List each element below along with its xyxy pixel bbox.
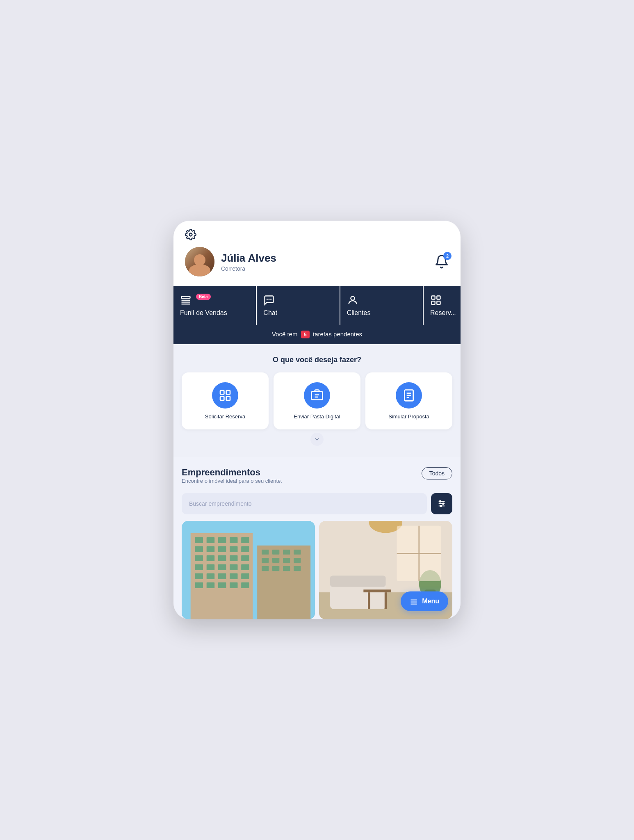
tab-clientes[interactable]: Clientes: [340, 286, 423, 325]
svg-rect-63: [294, 550, 301, 555]
chevron-down-button[interactable]: [310, 433, 324, 446]
clients-icon: [347, 294, 358, 306]
beta-badge: Beta: [196, 294, 211, 300]
pasta-icon-circle: [304, 382, 330, 409]
svg-rect-10: [220, 390, 224, 394]
profile-left: Júlia Alves Corretora: [185, 247, 276, 276]
menu-float-button[interactable]: Menu: [401, 591, 448, 611]
emp-subtitle: Encontre o imóvel ideal para o seu clien…: [182, 478, 282, 484]
emp-title-group: Empreendimentos Encontre o imóvel ideal …: [182, 467, 282, 491]
clientes-tab-label: Clientes: [347, 309, 371, 317]
svg-rect-6: [431, 296, 435, 299]
avatar: [185, 247, 214, 276]
svg-rect-78: [363, 589, 391, 592]
svg-rect-69: [272, 566, 279, 571]
svg-rect-41: [218, 555, 226, 561]
svg-rect-71: [294, 566, 301, 571]
svg-rect-49: [195, 573, 203, 579]
svg-rect-52: [230, 573, 238, 579]
profile-role: Corretora: [221, 265, 276, 272]
actions-section: O que você deseja fazer? Solicitar Reser…: [173, 344, 461, 457]
svg-rect-31: [218, 537, 226, 543]
svg-rect-60: [262, 550, 269, 555]
svg-rect-66: [283, 558, 290, 563]
svg-rect-13: [226, 397, 230, 400]
svg-rect-79: [368, 592, 370, 609]
svg-rect-54: [195, 582, 203, 588]
chevron-down-row: [182, 429, 452, 446]
property-card-1[interactable]: [182, 521, 315, 619]
nav-tabs: Funil de Vendas Beta Chat Clientes: [173, 286, 461, 325]
svg-rect-61: [272, 550, 279, 555]
svg-rect-32: [230, 537, 238, 543]
simular-label: Simular Proposta: [388, 413, 429, 420]
svg-rect-40: [207, 555, 215, 561]
svg-rect-67: [294, 558, 301, 563]
profile-row: Júlia Alves Corretora 2: [185, 247, 449, 276]
actions-title: O que você deseja fazer?: [182, 356, 452, 364]
svg-rect-65: [272, 558, 279, 563]
action-pasta-digital[interactable]: Enviar Pasta Digital: [274, 372, 360, 429]
svg-rect-12: [220, 397, 224, 400]
property-image-1: [182, 521, 315, 619]
simular-icon-circle: [396, 382, 422, 409]
app-header: Júlia Alves Corretora 2: [173, 221, 461, 286]
notification-bell[interactable]: 2: [434, 254, 449, 269]
tasks-prefix: Você tem: [272, 331, 298, 338]
svg-rect-36: [218, 546, 226, 552]
svg-rect-39: [195, 555, 203, 561]
svg-rect-46: [218, 564, 226, 570]
action-cards: Solicitar Reserva Enviar Pasta Digital: [182, 372, 452, 429]
svg-rect-9: [437, 301, 440, 304]
search-placeholder: Buscar empreendimento: [189, 500, 252, 507]
svg-rect-70: [283, 566, 290, 571]
action-solicitar-reserva[interactable]: Solicitar Reserva: [182, 372, 269, 429]
emp-title: Empreendimentos: [182, 467, 282, 478]
svg-rect-48: [241, 564, 249, 570]
svg-rect-45: [207, 564, 215, 570]
notification-badge: 2: [443, 252, 452, 260]
building-svg: [182, 521, 315, 619]
svg-rect-30: [207, 537, 215, 543]
svg-rect-44: [195, 564, 203, 570]
profile-name: Júlia Alves: [221, 252, 276, 265]
svg-rect-43: [241, 555, 249, 561]
todos-button[interactable]: Todos: [422, 467, 452, 479]
tab-reserv[interactable]: Reserv...: [424, 286, 461, 325]
solicitar-label: Solicitar Reserva: [205, 413, 245, 420]
solicitar-icon: [219, 389, 232, 402]
chat-tab-label: Chat: [263, 309, 277, 317]
list-icon: [180, 294, 192, 306]
svg-rect-51: [218, 573, 226, 579]
svg-point-0: [189, 233, 192, 236]
filter-button[interactable]: [431, 493, 452, 514]
svg-rect-55: [207, 582, 215, 588]
menu-label: Menu: [422, 598, 439, 605]
tasks-suffix: tarefas pendentes: [313, 331, 362, 338]
svg-rect-50: [207, 573, 215, 579]
device-frame: Júlia Alves Corretora 2 Funil d: [173, 221, 461, 619]
simular-icon: [402, 389, 415, 402]
svg-rect-14: [312, 392, 323, 400]
tab-chat[interactable]: Chat: [257, 286, 339, 325]
svg-point-26: [440, 505, 442, 507]
svg-rect-37: [230, 546, 238, 552]
reserv-tab-label: Reserv...: [430, 309, 456, 317]
funil-tab-label: Funil de Vendas: [180, 309, 227, 317]
search-input-wrap[interactable]: Buscar empreendimento: [182, 493, 427, 514]
menu-icon: [410, 597, 418, 605]
svg-rect-58: [241, 582, 249, 588]
profile-info: Júlia Alves Corretora: [221, 252, 276, 272]
settings-icon[interactable]: [185, 229, 196, 240]
svg-rect-1: [182, 297, 190, 299]
pasta-label: Enviar Pasta Digital: [294, 413, 340, 420]
emp-header: Empreendimentos Encontre o imóvel ideal …: [182, 467, 452, 491]
settings-icon-row: [185, 229, 449, 240]
svg-rect-68: [262, 566, 269, 571]
svg-point-5: [351, 297, 354, 300]
tab-funil-vendas[interactable]: Funil de Vendas Beta: [173, 286, 256, 325]
action-simular-proposta[interactable]: Simular Proposta: [365, 372, 452, 429]
svg-rect-34: [195, 546, 203, 552]
svg-rect-64: [262, 558, 269, 563]
empreendimentos-section: Empreendimentos Encontre o imóvel ideal …: [173, 457, 461, 619]
